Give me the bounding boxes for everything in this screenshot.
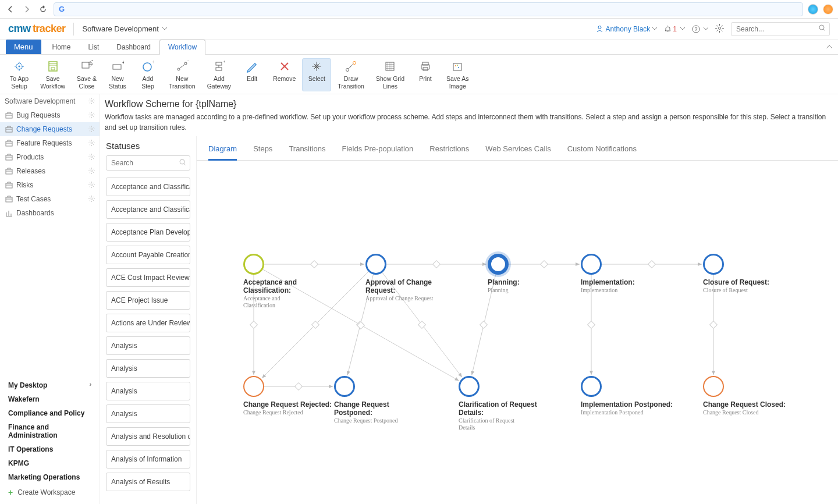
status-item[interactable]: Analysis of Results <box>106 473 190 491</box>
project-selector[interactable]: Software Development <box>82 24 167 33</box>
transition-handle[interactable] <box>418 321 426 329</box>
status-item[interactable]: Acceptance and Classificati... <box>106 200 190 219</box>
forward-button[interactable] <box>21 3 33 15</box>
workspace-it-operations[interactable]: IT Operations <box>0 442 100 456</box>
gear-icon[interactable] <box>88 98 95 105</box>
workspace-my-desktop[interactable]: My Desktop› <box>0 378 100 392</box>
node-circle[interactable] <box>243 376 264 397</box>
gear-icon[interactable] <box>88 196 95 203</box>
sub-tab-fields-pre-population[interactable]: Fields Pre-population <box>342 140 413 161</box>
node-circle[interactable] <box>581 254 602 275</box>
node-circle[interactable] <box>703 254 724 275</box>
global-search[interactable] <box>731 22 830 36</box>
tool-save-as[interactable]: Save AsImage <box>441 58 474 91</box>
tool-new[interactable]: +NewStatus <box>103 58 132 91</box>
notifications[interactable]: 1 <box>664 25 685 33</box>
sub-tab-restrictions[interactable]: Restrictions <box>429 140 469 161</box>
search-input[interactable] <box>736 25 815 33</box>
workflow-node[interactable]: Clarification of Request Details:Clarifi… <box>459 376 552 431</box>
node-circle[interactable] <box>581 376 602 397</box>
back-button[interactable] <box>5 3 16 15</box>
status-item[interactable]: Analysis <box>106 359 190 378</box>
tool-save-[interactable]: +Save &Close <box>72 58 102 91</box>
workflow-node[interactable]: Implementation Postponed:Implementation … <box>581 376 674 416</box>
tool-add[interactable]: +AddStep <box>133 58 162 91</box>
gear-icon[interactable] <box>88 112 95 119</box>
user-menu[interactable]: Anthony Black <box>596 25 658 33</box>
diagram-canvas[interactable]: Acceptance and Classification:Acceptance… <box>197 161 838 504</box>
tree-item-test-cases[interactable]: Test Cases <box>0 192 100 206</box>
help-menu[interactable]: ? <box>692 25 708 33</box>
sub-tab-steps[interactable]: Steps <box>253 140 272 161</box>
workspace-marketing-operations[interactable]: Marketing Operations <box>0 470 100 484</box>
transition-handle[interactable] <box>709 321 718 329</box>
workflow-node[interactable]: Planning:Planning <box>488 254 581 294</box>
sub-tab-diagram[interactable]: Diagram <box>208 140 237 161</box>
transition-handle[interactable] <box>587 321 595 329</box>
workflow-node[interactable]: Change Request Closed:Change Request Clo… <box>703 376 796 416</box>
tool-remove[interactable]: Remove <box>268 58 301 91</box>
tool-print[interactable]: Print <box>411 58 440 91</box>
status-item[interactable]: Actions are Under Review <box>106 314 190 332</box>
status-item[interactable]: Analysis and Resolution of ... <box>106 427 190 446</box>
create-workspace[interactable]: + Create Workspace <box>0 484 100 501</box>
status-item[interactable]: Analysis <box>106 404 190 423</box>
tool-edit[interactable]: Edit <box>237 58 267 91</box>
status-item[interactable]: ACE Cost Impact Review <box>106 268 190 287</box>
status-item[interactable]: ACE Project Issue <box>106 291 190 310</box>
status-item[interactable]: Acceptance Plan Developm... <box>106 223 190 242</box>
tree-top-level[interactable]: Software Development <box>0 94 100 108</box>
tree-item-risks[interactable]: Risks <box>0 178 100 192</box>
workspace-kpmg[interactable]: KPMG <box>0 456 100 470</box>
address-bar[interactable]: G <box>54 2 803 16</box>
sub-tab-transitions[interactable]: Transitions <box>289 140 325 161</box>
workflow-node[interactable]: Change Request Rejected:Change Request R… <box>243 376 336 416</box>
tool-show-grid[interactable]: Show GridLines <box>371 58 410 91</box>
gear-icon[interactable] <box>88 154 95 161</box>
reload-button[interactable] <box>37 3 49 15</box>
workflow-node[interactable]: Closure of Request:Closure of Request <box>703 254 796 294</box>
workspace-compliance-and-policy[interactable]: Compliance and Policy <box>0 406 100 420</box>
node-circle[interactable] <box>488 254 509 275</box>
workspace-wakefern[interactable]: Wakefern <box>0 392 100 406</box>
status-item[interactable]: Analysis <box>106 336 190 355</box>
tool-add[interactable]: +AddGateway <box>202 58 236 91</box>
workspace-finance-and-administration[interactable]: Finance and Administration <box>0 420 100 442</box>
tool-save[interactable]: SaveWorkflow <box>35 58 70 91</box>
gear-icon[interactable] <box>88 126 95 133</box>
sub-tab-web-services-calls[interactable]: Web Services Calls <box>485 140 551 161</box>
tool-draw[interactable]: DrawTransition <box>332 58 370 91</box>
tree-item-dashboards[interactable]: Dashboards <box>0 206 100 220</box>
workflow-node[interactable]: Acceptance and Classification:Acceptance… <box>243 254 336 309</box>
settings-button[interactable] <box>715 24 724 34</box>
node-circle[interactable] <box>703 376 724 397</box>
transition-handle[interactable] <box>250 321 258 329</box>
tree-item-bug-requests[interactable]: Bug Requests <box>0 108 100 122</box>
gear-icon[interactable] <box>88 168 95 175</box>
tool-to-app[interactable]: To AppSetup <box>5 58 34 91</box>
node-circle[interactable] <box>459 376 480 397</box>
transition-handle[interactable] <box>311 321 319 329</box>
workflow-node[interactable]: Approval of Change Request:Approval of C… <box>365 254 459 302</box>
nav-tab-workflow[interactable]: Workflow <box>159 40 205 55</box>
nav-tab-dashboard[interactable]: Dashboard <box>108 40 159 54</box>
nav-tab-home[interactable]: Home <box>44 40 80 54</box>
gear-icon[interactable] <box>88 140 95 147</box>
sub-tab-custom-notifications[interactable]: Custom Notifications <box>567 140 637 161</box>
workflow-node[interactable]: Implementation:Implementation <box>581 254 674 294</box>
workflow-node[interactable]: Change Request Postponed:Change Request … <box>334 376 427 424</box>
status-item[interactable]: Analysis of Information <box>106 450 190 468</box>
gear-icon[interactable] <box>88 182 95 189</box>
tool-select[interactable]: Select <box>302 58 331 91</box>
node-circle[interactable] <box>365 254 386 275</box>
collapse-toolbar[interactable] <box>826 40 838 54</box>
tool-new[interactable]: +NewTransition <box>164 58 201 91</box>
status-item[interactable]: Acceptance and Classificati... <box>106 178 190 196</box>
transition-handle[interactable] <box>480 321 488 329</box>
tree-item-releases[interactable]: Releases <box>0 164 100 178</box>
nav-tab-list[interactable]: List <box>80 40 108 54</box>
menu-button[interactable]: Menu <box>6 40 41 54</box>
tree-item-change-requests[interactable]: Change Requests <box>0 122 100 136</box>
status-search[interactable] <box>106 155 190 171</box>
tree-item-products[interactable]: Products <box>0 150 100 164</box>
